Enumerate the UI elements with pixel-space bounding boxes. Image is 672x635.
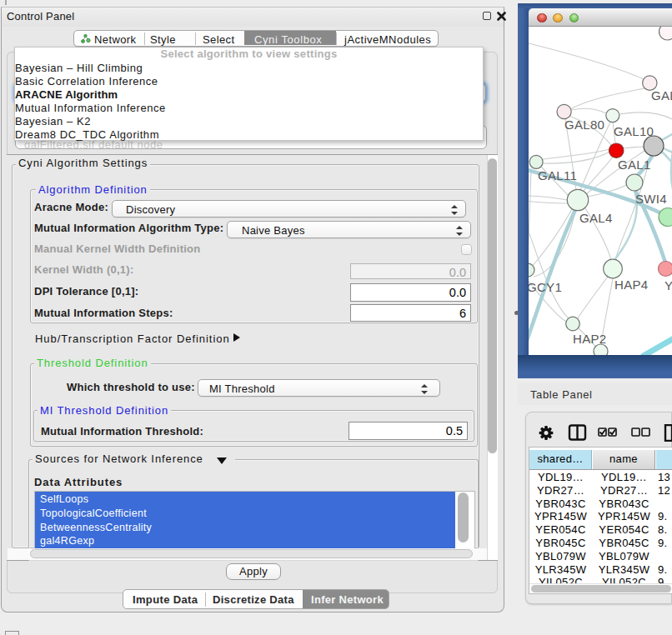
svg-text:GAL10: GAL10	[614, 124, 654, 138]
svg-text:Y: Y	[664, 278, 672, 292]
svg-text:GAL4: GAL4	[579, 211, 613, 225]
svg-text:GAL11: GAL11	[538, 168, 577, 182]
svg-text:HAP2: HAP2	[573, 332, 606, 346]
svg-text:GAL: GAL	[651, 88, 672, 102]
svg-text:SWI4: SWI4	[635, 192, 667, 206]
svg-text:HAP4: HAP4	[614, 278, 648, 292]
svg-text:GCY1: GCY1	[529, 280, 562, 294]
svg-text:GAL1: GAL1	[618, 158, 651, 172]
svg-text:GAL80: GAL80	[564, 118, 604, 132]
